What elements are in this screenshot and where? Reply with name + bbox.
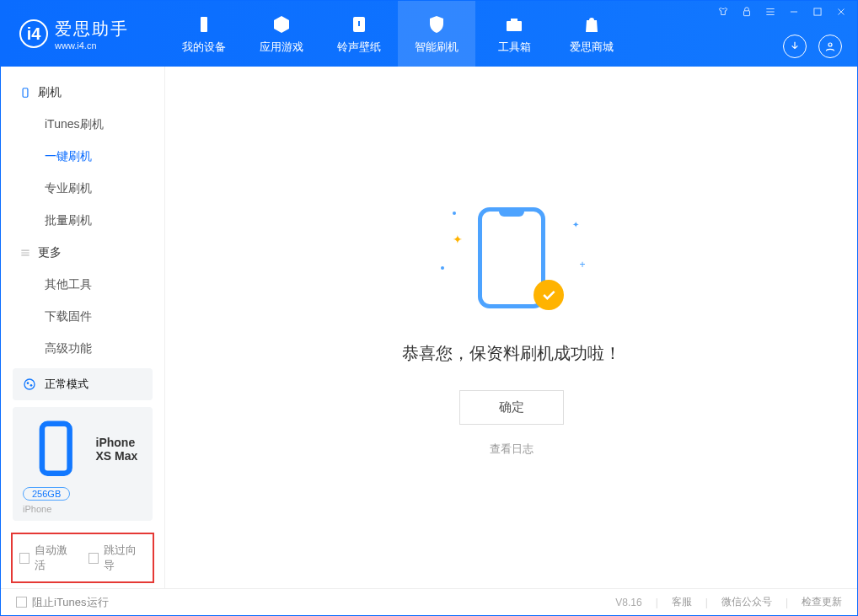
footer-link-wechat[interactable]: 微信公众号 <box>721 595 772 609</box>
check-badge-icon <box>534 280 564 310</box>
shield-icon <box>426 13 448 35</box>
footer: 阻止iTunes运行 V8.16 | 客服 | 微信公众号 | 检查更新 <box>1 588 857 615</box>
auto-activate-checkbox[interactable]: 自动激活 <box>19 543 77 573</box>
nav-tab-label: 智能刷机 <box>415 40 458 55</box>
svg-rect-3 <box>744 11 750 16</box>
view-log-link[interactable]: 查看日志 <box>490 442 534 457</box>
skip-guide-label: 跳过向导 <box>104 543 146 573</box>
checkbox-icon <box>16 597 27 608</box>
footer-link-update[interactable]: 检查更新 <box>802 595 842 609</box>
app-logo[interactable]: i4 爱思助手 www.i4.cn <box>1 1 165 67</box>
menu-icon <box>19 247 31 259</box>
nav-tab-label: 工具箱 <box>498 40 531 55</box>
sidebar-item[interactable]: 批量刷机 <box>1 205 164 237</box>
success-message: 恭喜您，保资料刷机成功啦！ <box>402 342 621 365</box>
options-highlight-box: 自动激活 跳过向导 <box>11 533 154 583</box>
bag-icon <box>581 13 603 35</box>
cube-icon <box>271 13 292 35</box>
close-button[interactable] <box>835 6 847 18</box>
nav-tab-label: 我的设备 <box>182 40 226 55</box>
nav-tab-5[interactable]: 爱思商城 <box>553 1 630 67</box>
menu-icon[interactable] <box>764 6 776 18</box>
nav-tab-label: 爱思商城 <box>570 40 614 55</box>
svg-rect-2 <box>507 21 522 31</box>
block-itunes-checkbox[interactable]: 阻止iTunes运行 <box>16 595 109 610</box>
success-illustration: ✦ ✦ + <box>453 199 571 317</box>
ok-button[interactable]: 确定 <box>459 390 564 425</box>
nav-tab-3[interactable]: 智能刷机 <box>398 1 475 67</box>
sidebar-item[interactable]: 下载固件 <box>1 301 164 333</box>
skip-guide-checkbox[interactable]: 跳过向导 <box>88 543 146 573</box>
sidebar-device-area: 正常模式 iPhone XS Max 256GB iPhone <box>1 360 164 533</box>
sparkle-icon: ✦ <box>572 220 579 229</box>
footer-link-support[interactable]: 客服 <box>672 595 692 609</box>
svg-point-8 <box>27 383 29 385</box>
svg-rect-4 <box>814 8 821 15</box>
header-round-buttons <box>783 35 842 58</box>
block-itunes-label: 阻止iTunes运行 <box>32 595 109 610</box>
window-controls-small <box>717 6 847 18</box>
device-type: iPhone <box>23 504 142 514</box>
svg-rect-10 <box>42 424 70 474</box>
checkbox-icon <box>19 553 29 564</box>
auto-activate-label: 自动激活 <box>35 543 77 573</box>
lock-icon[interactable] <box>741 6 753 18</box>
sidebar-section-title: 更多 <box>38 245 62 260</box>
svg-point-7 <box>24 379 35 389</box>
phone-icon <box>23 415 89 482</box>
music-icon <box>348 13 370 35</box>
app-url: www.i4.cn <box>55 40 129 51</box>
svg-point-5 <box>829 43 832 46</box>
app-name: 爱思助手 <box>55 18 129 40</box>
sidebar-item[interactable]: 高级功能 <box>1 333 164 360</box>
device-icon <box>193 13 215 35</box>
toolbox-icon <box>503 13 525 35</box>
checkbox-icon <box>88 553 99 564</box>
header: i4 爱思助手 www.i4.cn 我的设备应用游戏铃声壁纸智能刷机工具箱爱思商… <box>1 1 857 67</box>
svg-rect-0 <box>201 17 207 32</box>
sidebar-item[interactable]: 其他工具 <box>1 269 164 301</box>
sparkle-icon: + <box>579 259 585 271</box>
device-name: iPhone XS Max <box>96 436 142 463</box>
mode-icon <box>23 378 36 391</box>
nav-tab-2[interactable]: 铃声壁纸 <box>320 1 398 67</box>
minimize-button[interactable] <box>788 6 800 18</box>
device-capacity: 256GB <box>23 487 70 501</box>
sidebar-section-header: 更多 <box>1 237 164 269</box>
dot-icon <box>441 266 444 270</box>
sparkle-icon: ✦ <box>453 233 463 246</box>
sidebar-section-header: 刷机 <box>1 77 164 109</box>
svg-point-9 <box>30 384 33 387</box>
nav-tab-0[interactable]: 我的设备 <box>165 1 243 67</box>
mode-card[interactable]: 正常模式 <box>13 368 153 400</box>
tshirt-icon[interactable] <box>717 6 729 18</box>
download-button[interactable] <box>783 35 807 58</box>
maximize-button[interactable] <box>812 6 823 18</box>
body: 刷机iTunes刷机一键刷机专业刷机批量刷机更多其他工具下载固件高级功能 正常模… <box>1 67 857 588</box>
sidebar-section-title: 刷机 <box>38 85 62 100</box>
user-button[interactable] <box>818 35 842 58</box>
sidebar: 刷机iTunes刷机一键刷机专业刷机批量刷机更多其他工具下载固件高级功能 正常模… <box>1 67 165 588</box>
nav-tab-label: 铃声壁纸 <box>337 40 381 55</box>
device-icon <box>19 87 31 99</box>
main-content: ✦ ✦ + 恭喜您，保资料刷机成功啦！ 确定 查看日志 <box>165 67 857 588</box>
nav-tab-1[interactable]: 应用游戏 <box>243 1 320 67</box>
svg-rect-6 <box>23 88 28 98</box>
nav-tabs: 我的设备应用游戏铃声壁纸智能刷机工具箱爱思商城 <box>165 1 630 67</box>
sidebar-item[interactable]: 一键刷机 <box>1 141 164 173</box>
nav-tab-label: 应用游戏 <box>260 40 303 55</box>
nav-tab-4[interactable]: 工具箱 <box>475 1 553 67</box>
dot-icon <box>453 212 456 215</box>
sidebar-item[interactable]: iTunes刷机 <box>1 109 164 141</box>
app-window: i4 爱思助手 www.i4.cn 我的设备应用游戏铃声壁纸智能刷机工具箱爱思商… <box>0 0 858 616</box>
version-label: V8.16 <box>615 597 641 608</box>
sidebar-item[interactable]: 专业刷机 <box>1 173 164 205</box>
logo-icon: i4 <box>19 19 48 48</box>
mode-label: 正常模式 <box>45 377 88 392</box>
device-card[interactable]: iPhone XS Max 256GB iPhone <box>13 407 153 521</box>
